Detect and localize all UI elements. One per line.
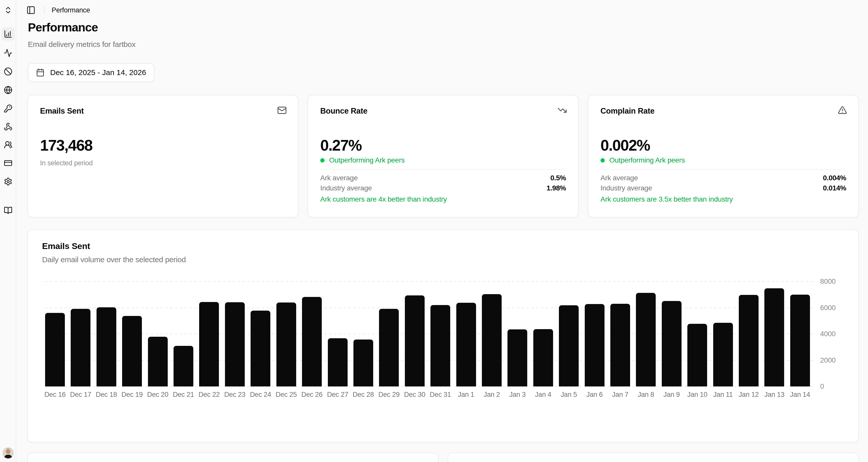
comparison-note: Ark customers are 3.5x better than indus… <box>600 195 733 203</box>
card-title: Bounce Rate <box>320 107 367 116</box>
workspace-switcher[interactable] <box>2 4 15 17</box>
chart-bar[interactable] <box>276 302 296 386</box>
status-text: Outperforming Ark peers <box>609 156 685 164</box>
user-photo-icon <box>3 447 14 458</box>
sidebar-item-activity[interactable] <box>2 47 15 60</box>
stat-value: 0.014% <box>823 184 846 192</box>
sidebar-toggle-button[interactable] <box>25 4 37 16</box>
chart-bar[interactable] <box>713 323 733 386</box>
page-title: Performance <box>28 20 98 34</box>
y-axis-tick-label: 2000 <box>820 356 836 365</box>
bar-chart-plot: 02000400060008000Dec 16Dec 17Dec 18Dec 1… <box>28 230 858 442</box>
chart-bar[interactable] <box>430 305 450 386</box>
stat-value: 0.5% <box>550 174 566 182</box>
activity-icon <box>4 49 12 57</box>
chart-bar[interactable] <box>353 340 373 386</box>
stat-label: Ark average <box>600 174 638 182</box>
chart-bar[interactable] <box>379 309 399 386</box>
sidebar-item-globe[interactable] <box>2 83 15 96</box>
gear-icon <box>4 177 12 186</box>
chart-bar[interactable] <box>559 305 579 386</box>
x-axis-tick-label: Jan 14 <box>777 391 823 399</box>
chart-bar[interactable] <box>585 304 604 386</box>
chart-bar[interactable] <box>225 302 245 386</box>
status-badge: Outperforming Ark peers <box>320 156 405 164</box>
chart-bar[interactable] <box>302 297 322 386</box>
stat-row: Ark average 0.004% <box>600 174 846 182</box>
y-axis-tick-label: 4000 <box>820 330 836 338</box>
emails-sent-caption: In selected period <box>40 159 93 167</box>
y-axis-tick-label: 0 <box>820 382 824 391</box>
mail-icon <box>277 106 287 115</box>
stat-row: Industry average 1.98% <box>320 184 566 192</box>
chart-bar[interactable] <box>251 311 270 386</box>
chart-bar[interactable] <box>328 338 348 386</box>
chart-bar[interactable] <box>199 302 219 386</box>
chart-bar[interactable] <box>636 293 656 386</box>
chart-bar[interactable] <box>482 294 502 386</box>
chart-bar[interactable] <box>71 309 90 386</box>
users-icon <box>4 141 12 149</box>
sidebar-item-book-open[interactable] <box>2 204 15 217</box>
breadcrumb: Performance <box>52 6 90 14</box>
bounce-rate-value: 0.27% <box>320 137 362 154</box>
sidebar-item-key[interactable] <box>2 102 15 115</box>
chart-bar[interactable] <box>790 295 810 386</box>
credit-card-icon <box>4 159 12 167</box>
webhook-icon <box>4 122 12 131</box>
chart-bar[interactable] <box>687 324 707 386</box>
alert-triangle-icon <box>838 106 847 115</box>
chart-bar[interactable] <box>610 304 630 386</box>
card-title: Emails Sent <box>40 107 84 116</box>
chart-bar[interactable] <box>533 329 553 386</box>
calendar-icon <box>36 68 44 77</box>
ban-icon <box>4 67 12 76</box>
chart-bar[interactable] <box>122 316 142 386</box>
bottom-right-card <box>448 453 859 462</box>
chart-bar[interactable] <box>405 295 425 386</box>
gridline <box>45 308 814 308</box>
chart-bar[interactable] <box>148 337 168 386</box>
chart-bar[interactable] <box>174 346 193 386</box>
globe-icon <box>4 86 12 94</box>
chart-bar[interactable] <box>507 329 527 386</box>
sidebar-item-gear[interactable] <box>2 175 15 188</box>
stat-label: Industry average <box>600 184 652 192</box>
date-range-picker[interactable]: Dec 16, 2025 - Jan 14, 2026 <box>28 63 154 82</box>
sidebar-item-ban[interactable] <box>2 65 15 78</box>
stat-value: 0.004% <box>823 174 846 182</box>
sidebar-item-users[interactable] <box>2 138 15 151</box>
date-range-label: Dec 16, 2025 - Jan 14, 2026 <box>50 68 146 77</box>
green-dot-icon <box>600 158 605 163</box>
chart-bar[interactable] <box>456 303 476 386</box>
sidebar-item-chart-column[interactable] <box>2 27 15 40</box>
topbar-divider <box>44 6 44 14</box>
chart-bar[interactable] <box>45 313 65 386</box>
book-open-icon <box>4 206 12 215</box>
card-title: Complain Rate <box>600 107 654 116</box>
sidebar-item-credit-card[interactable] <box>2 156 15 170</box>
sidebar <box>0 0 16 462</box>
emails-sent-chart-card: Emails Sent Daily email volume over the … <box>27 229 859 442</box>
user-avatar[interactable] <box>3 447 14 458</box>
page-subtitle: Email delivery metrics for fartbox <box>28 40 135 49</box>
emails-sent-value: 173,468 <box>40 137 92 154</box>
status-badge: Outperforming Ark peers <box>600 156 685 164</box>
trending-down-icon <box>557 106 567 115</box>
sidebar-item-webhook[interactable] <box>2 120 15 134</box>
stat-row: Ark average 0.5% <box>320 174 566 182</box>
panel-left-icon <box>26 6 35 15</box>
chart-bar[interactable] <box>96 307 116 386</box>
y-axis-tick-label: 6000 <box>820 304 836 312</box>
comparison-note: Ark customers are 4x better than industr… <box>320 195 447 203</box>
complain-rate-card: Complain Rate 0.002% Outperforming Ark p… <box>588 95 859 218</box>
chart-bar[interactable] <box>764 288 784 386</box>
chart-column-icon <box>4 30 12 38</box>
chart-bar[interactable] <box>662 301 682 386</box>
stat-label: Ark average <box>320 174 358 182</box>
chevrons-up-down-icon <box>4 6 12 15</box>
bounce-rate-card: Bounce Rate 0.27% Outperforming Ark peer… <box>308 95 579 218</box>
card-divider <box>600 169 846 170</box>
chart-bar[interactable] <box>739 295 758 386</box>
complain-rate-value: 0.002% <box>600 137 650 154</box>
